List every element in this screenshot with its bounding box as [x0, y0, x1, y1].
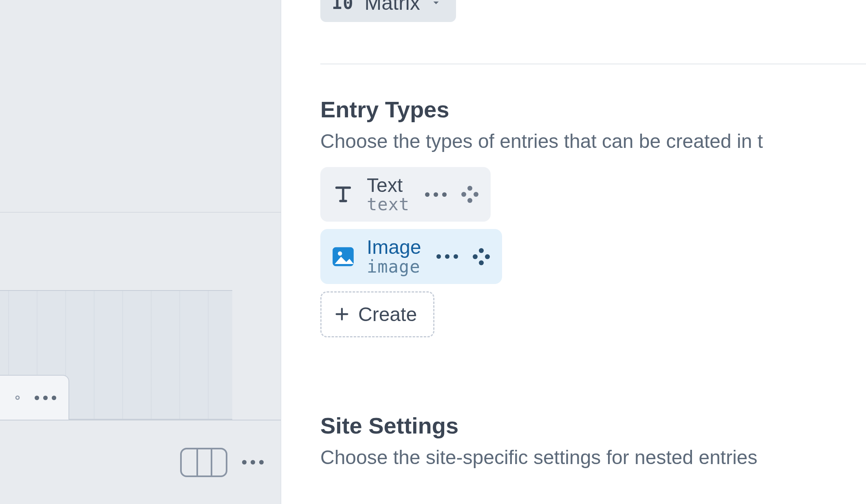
entry-types-section: Entry Types Choose the types of entries … — [320, 96, 866, 337]
drag-handle-icon[interactable] — [461, 186, 478, 203]
svg-point-0 — [16, 396, 19, 399]
entry-type-actions-icon[interactable] — [436, 254, 458, 259]
svg-point-2 — [338, 251, 342, 255]
section-title-entry-types: Entry Types — [320, 96, 866, 123]
entry-type-handle: text — [367, 196, 410, 213]
entry-type-actions-icon[interactable] — [425, 192, 447, 197]
columns-icon[interactable] — [180, 448, 227, 477]
layout-tab[interactable] — [0, 375, 69, 420]
entry-type-list: Text text — [320, 167, 866, 337]
tab-settings-icon[interactable] — [9, 390, 26, 406]
image-icon — [330, 244, 356, 270]
field-type-chip[interactable]: 10 Matrix — [320, 0, 456, 22]
field-layout-designer[interactable] — [0, 290, 232, 420]
settings-main-panel: 10 Matrix Entry Types Choose the types o… — [281, 0, 866, 504]
tab-more-icon[interactable] — [35, 396, 56, 400]
field-layout-sidebar: g field itus field — [0, 0, 281, 504]
layout-more-icon[interactable] — [242, 460, 264, 464]
create-entry-type-button[interactable]: Create — [320, 291, 434, 337]
entry-type-handle: image — [367, 258, 421, 276]
text-icon — [330, 181, 356, 207]
site-settings-section: Site Settings Choose the site-specific s… — [320, 412, 866, 483]
entry-type-chip-image[interactable]: Image image — [320, 229, 502, 284]
create-button-label: Create — [358, 303, 417, 326]
sidebar-divider — [0, 212, 281, 213]
section-desc-site-settings: Choose the site-specific settings for ne… — [320, 446, 866, 469]
section-desc-entry-types: Choose the types of entries that can be … — [320, 130, 866, 152]
chevron-down-icon — [431, 0, 441, 8]
entry-type-name: Text — [367, 175, 410, 196]
plus-icon — [334, 306, 350, 322]
entry-type-name: Image — [367, 237, 421, 258]
field-type-id: 10 — [332, 0, 354, 13]
layout-toolbar — [0, 420, 281, 504]
section-title-site-settings: Site Settings — [320, 412, 866, 439]
field-type-label: Matrix — [365, 0, 420, 15]
section-rule — [320, 64, 866, 64]
drag-handle-icon[interactable] — [473, 248, 490, 265]
entry-type-chip-text[interactable]: Text text — [320, 167, 491, 222]
